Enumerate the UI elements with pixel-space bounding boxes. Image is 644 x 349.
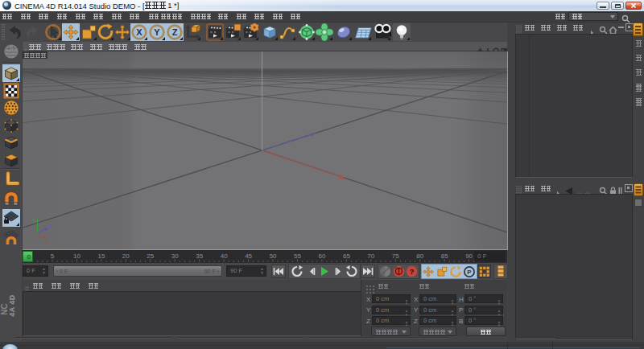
svg-text:X: X bbox=[136, 27, 142, 37]
svg-text:45: 45 bbox=[245, 253, 252, 260]
svg-text:Z: Z bbox=[48, 224, 52, 228]
svg-text:85: 85 bbox=[441, 253, 448, 260]
svg-text:15: 15 bbox=[97, 253, 105, 260]
svg-text:40: 40 bbox=[221, 253, 228, 260]
svg-text:5: 5 bbox=[51, 253, 55, 260]
svg-text:Y: Y bbox=[32, 218, 35, 223]
svg-text:20: 20 bbox=[122, 253, 130, 260]
svg-text:55: 55 bbox=[294, 253, 301, 260]
svg-text:Y: Y bbox=[154, 27, 160, 37]
svg-text:10: 10 bbox=[73, 253, 80, 260]
svg-text:?: ? bbox=[410, 268, 415, 276]
svg-text:80: 80 bbox=[416, 253, 423, 260]
svg-text:65: 65 bbox=[343, 253, 350, 260]
svg-text:75: 75 bbox=[392, 253, 399, 260]
svg-text:P: P bbox=[467, 269, 472, 276]
svg-text:50: 50 bbox=[270, 253, 277, 260]
svg-text:Z: Z bbox=[172, 27, 178, 37]
svg-text:90: 90 bbox=[465, 253, 473, 260]
svg-text:30: 30 bbox=[171, 253, 179, 260]
svg-text:60: 60 bbox=[318, 253, 325, 260]
svg-text:70: 70 bbox=[367, 253, 374, 260]
svg-text:0 F: 0 F bbox=[477, 253, 487, 260]
svg-text:X: X bbox=[46, 240, 49, 244]
svg-text:35: 35 bbox=[196, 253, 203, 260]
svg-text:25: 25 bbox=[147, 253, 154, 260]
